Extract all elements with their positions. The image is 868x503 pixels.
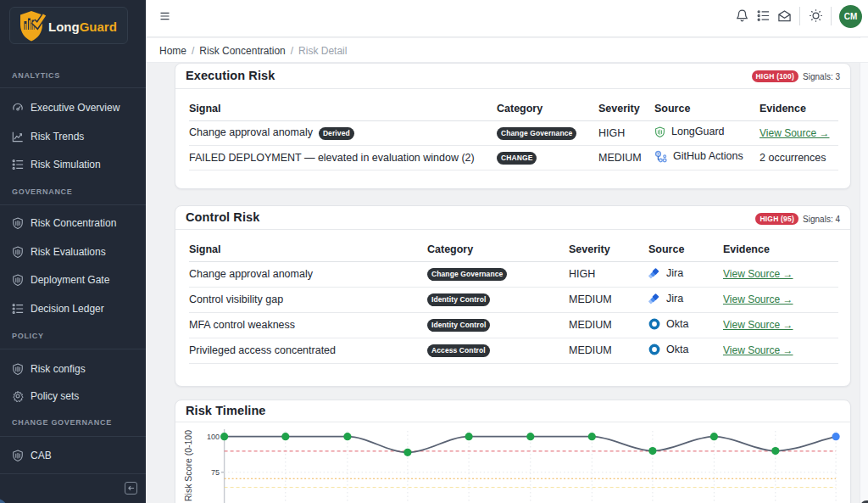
svg-text:75: 75 <box>211 468 220 477</box>
svg-text:Risk Score (0-100: Risk Score (0-100 <box>183 430 193 501</box>
svg-text:100: 100 <box>207 433 220 441</box>
